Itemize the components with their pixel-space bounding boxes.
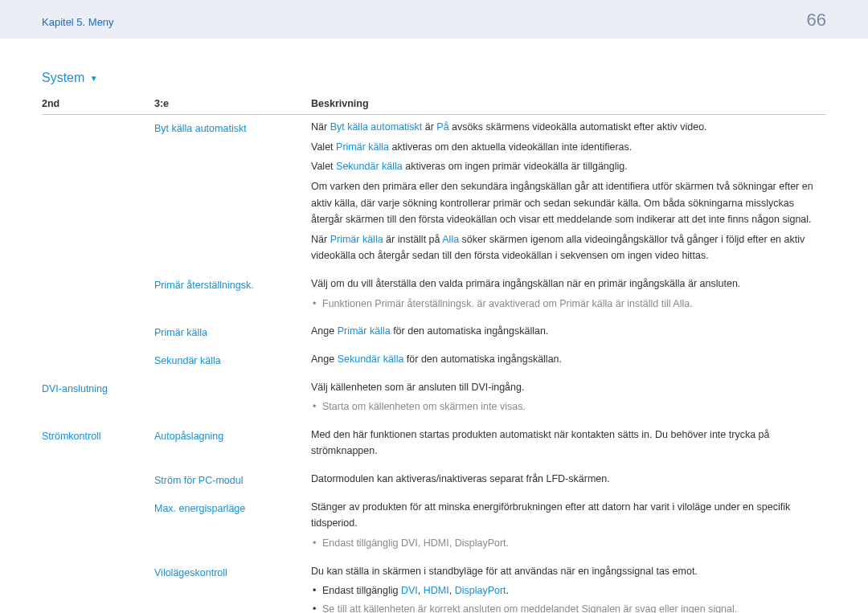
setting-primar-kalla: Primär källa [154, 319, 311, 347]
setting-stromkontroll: Strömkontroll [42, 423, 154, 467]
table-row: Max. energisparläge Stänger av produkten… [42, 495, 826, 559]
section-title: System ▼ [42, 71, 826, 85]
table-row: Sekundär källa Ange Sekundär källa för d… [42, 347, 826, 375]
desc-text: Välj källenheten som är ansluten till DV… [311, 379, 820, 396]
desc-text: När Byt källa automatiskt är På avsöks s… [311, 119, 820, 136]
desc-text: Du kan ställa in skärmen i standbyläge f… [311, 563, 820, 580]
desc-text: Ange Primär källa för den automatiska in… [311, 323, 820, 340]
note-item: Se till att källenheten är korrekt anslu… [311, 601, 820, 613]
table-row: DVI-anslutning Välj källenheten som är a… [42, 375, 826, 423]
setting-sekundar-kalla: Sekundär källa [154, 347, 311, 375]
desc-text: När Primär källa är inställt på Alla sök… [311, 231, 820, 264]
settings-table: 2nd 3:e Beskrivning Byt källa automatisk… [42, 98, 826, 613]
col-header-desc: Beskrivning [311, 98, 826, 115]
table-row: Byt källa automatiskt När Byt källa auto… [42, 115, 826, 272]
chapter-label: Kapitel 5. Meny [42, 16, 114, 28]
table-row: Primär återställningsk. Välj om du vill … [42, 272, 826, 319]
setting-strom-pc-modul: Ström för PC-modul [154, 467, 311, 495]
col-header-3e: 3:e [154, 98, 311, 115]
page-header: Kapitel 5. Meny 66 [0, 0, 868, 39]
page-number: 66 [807, 10, 826, 31]
desc-text: Datormodulen kan aktiveras/inaktiveras s… [311, 471, 820, 488]
note-item: Funktionen Primär återställningsk. är av… [311, 296, 820, 313]
setting-vilolageskontroll: Vilolägeskontroll [154, 559, 311, 614]
note-item: Endast tillgänglig DVI, HDMI, DisplayPor… [311, 535, 820, 552]
chevron-down-icon: ▼ [90, 74, 98, 83]
table-row: Strömkontroll Autopåslagning Med den här… [42, 423, 826, 467]
desc-text: Valet Primär källa aktiveras om den aktu… [311, 139, 820, 156]
setting-max-energisparlage: Max. energisparläge [154, 495, 311, 559]
desc-text: Stänger av produkten för att minska ener… [311, 499, 820, 532]
note-item: Starta om källenheten om skärmen inte vi… [311, 398, 820, 415]
desc-text: Valet Sekundär källa aktiveras om ingen … [311, 158, 820, 175]
table-row: Vilolägeskontroll Du kan ställa in skärm… [42, 559, 826, 614]
note-item: Endast tillgänglig DVI, HDMI, DisplayPor… [311, 582, 820, 599]
desc-text: Med den här funktionen startas produkten… [311, 427, 820, 460]
desc-text: Om varken den primära eller den sekundär… [311, 178, 820, 228]
setting-primar-aterstallning: Primär återställningsk. [154, 272, 311, 319]
setting-autopaslagning: Autopåslagning [154, 423, 311, 467]
setting-dvi-anslutning: DVI-anslutning [42, 375, 154, 423]
page-content: System ▼ 2nd 3:e Beskrivning Byt källa a… [0, 39, 868, 613]
table-row: Primär källa Ange Primär källa för den a… [42, 319, 826, 347]
section-title-text: System [42, 71, 84, 84]
col-header-2nd: 2nd [42, 98, 154, 115]
desc-text: Ange Sekundär källa för den automatiska … [311, 351, 820, 368]
table-row: Ström för PC-modul Datormodulen kan akti… [42, 467, 826, 495]
setting-byt-kalla: Byt källa automatiskt [154, 115, 311, 272]
desc-text: Välj om du vill återställa den valda pri… [311, 276, 820, 292]
